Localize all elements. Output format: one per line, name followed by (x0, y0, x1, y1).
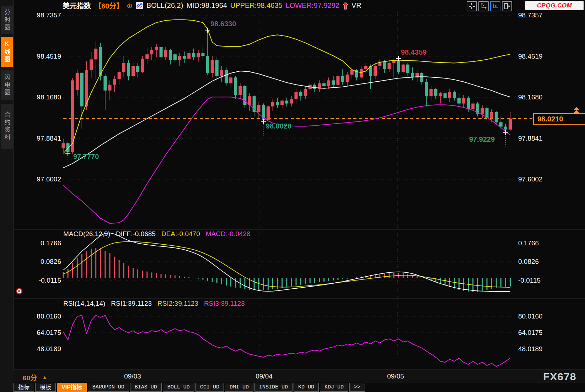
y-axis-label: 97.8841 (518, 135, 557, 142)
tab-indicators[interactable]: 指标 (14, 383, 34, 392)
price-arrow-icon (574, 107, 579, 110)
chart-header: 美元指数 【60分】 ⊕ BOLL(26,2) MID:98.1964 UPPE… (63, 0, 361, 11)
sidebar-item-lightning-chart[interactable]: 闪电图 (1, 70, 13, 100)
tab-barupdn-ud[interactable]: BARUPDN_UD (88, 383, 129, 392)
tab-kd-ud[interactable]: KD_UD (294, 383, 319, 392)
tab-vip-indicators[interactable]: VIP指标 (57, 383, 87, 392)
indicator-tab-bar: 指标 模板 VIP指标 BARUPDN_UD BIAS_UD BOLL_UD C… (14, 383, 365, 392)
boll-lower-value: LOWER:97.9292 (286, 1, 339, 10)
rsi1-value: RSI1:39.1123 (111, 300, 152, 307)
y-axis-label: 97.8841 (22, 135, 61, 142)
high-annotation: 98.4359 (401, 48, 426, 56)
tab-dmi-ud[interactable]: DMI_UD (225, 383, 253, 392)
tab-inside-ud[interactable]: INSIDE_UD (254, 383, 292, 392)
fx678-watermark: FX678 (543, 371, 576, 383)
macd-macd-value: MACD:-0.0428 (206, 230, 251, 238)
rsi-axis-label: 48.0189 (22, 345, 61, 353)
tab-bias-ud[interactable]: BIAS_UD (130, 383, 162, 392)
line-chart-icon[interactable] (136, 2, 143, 9)
axis-setting-button[interactable] (478, 1, 489, 11)
macd-title[interactable]: MACD(26,12,9) (63, 230, 110, 238)
x-axis-row: 60分 ▲ 09/03 09/04 09/05 (14, 370, 585, 383)
rsi-axis-label: 64.0175 (518, 329, 557, 337)
low-annotation: 98.0020 (266, 122, 291, 130)
low-annotation: 97.7770 (73, 153, 99, 161)
vr-indicator-label[interactable]: VR (351, 1, 361, 10)
chart-toolbar (467, 1, 512, 11)
sidebar-item-contract-info[interactable]: 合约资料 (1, 104, 13, 149)
y-axis-label: 98.7357 (22, 11, 61, 19)
y-axis-label: 98.4519 (518, 53, 557, 60)
boll-upper-value: UPPER:98.4635 (230, 1, 283, 10)
boll-mid-value: MID:98.1964 (186, 1, 227, 10)
boll-label: BOLL(26,2) (146, 1, 183, 10)
macd-axis-label: -0.0115 (518, 277, 557, 284)
axis-icon (481, 3, 487, 9)
macd-axis-label: 0.0826 (518, 258, 557, 266)
current-price-tag: 98.0210 (533, 113, 585, 125)
low-annotation: 97.9229 (469, 135, 495, 143)
tab-templates[interactable]: 模板 (35, 383, 56, 392)
tab-cci-ud[interactable]: CCI_UD (195, 383, 224, 392)
alert-dot-icon[interactable] (16, 288, 22, 294)
draw-tool-button-active[interactable] (490, 1, 500, 11)
flag-axis-icon (492, 3, 498, 9)
rsi-axis-label: 64.0175 (22, 329, 61, 337)
rsi-axis-label: 80.0160 (22, 312, 61, 320)
rsi-title[interactable]: RSI(14,14,14) (63, 300, 105, 307)
x-axis-date: 09/04 (248, 372, 280, 380)
sidebar-item-kline-chart[interactable]: K线图 (1, 37, 13, 67)
collapse-triangle-icon: ▲ (42, 374, 47, 380)
y-axis-label: 98.1680 (22, 93, 61, 101)
high-annotation: 98.6330 (210, 20, 236, 28)
macd-axis-label: 0.1766 (518, 239, 557, 247)
sidebar-item-time-chart[interactable]: 分时图 (1, 6, 13, 34)
macd-header: MACD(26,12,9) DIFF:-0.0685 DEA:-0.0470 M… (63, 230, 250, 238)
y-axis-label: 98.1680 (518, 93, 557, 101)
rsi3-value: RSI3:39.1123 (204, 300, 245, 307)
sidebar-item-label: 合约资料 (2, 111, 11, 141)
exit-fullscreen-button[interactable] (502, 1, 512, 11)
left-sidebar: 分时图 K线图 闪电图 合约资料 (0, 0, 14, 392)
period-selector[interactable]: 【60分】 (94, 0, 123, 11)
sidebar-item-label: K线图 (2, 40, 11, 64)
cpqg-logo: CPQG.COM (525, 1, 584, 10)
chart-canvas[interactable] (0, 0, 585, 392)
sidebar-item-label: 闪电图 (2, 74, 11, 97)
x-axis-date: 09/05 (380, 372, 412, 380)
macd-axis-label: 0.1766 (22, 239, 61, 247)
macd-dea-value: DEA:-0.0470 (161, 230, 200, 238)
rsi-axis-label: 48.0189 (518, 345, 557, 353)
rsi-axis-label: 80.0160 (518, 312, 557, 320)
sidebar-item-label: 分时图 (2, 9, 11, 32)
period-chip[interactable]: 60分 ▲ (23, 372, 47, 382)
crosshair-icon (469, 3, 475, 9)
symbol-title: 美元指数 (63, 0, 91, 11)
crosshair-tool-button[interactable] (467, 1, 477, 11)
rsi2-value: RSI2:39.1123 (157, 300, 198, 307)
period-chip-label: 60分 (23, 372, 37, 382)
add-compare-icon[interactable]: ⊕ (127, 2, 133, 9)
macd-axis-label: 0.0826 (22, 258, 61, 266)
price-arrow-icon (574, 110, 579, 113)
tab-boll-ud[interactable]: BOLL_UD (163, 383, 194, 392)
y-axis-label: 98.7357 (518, 11, 557, 19)
macd-diff-value: DIFF:-0.0685 (116, 230, 156, 238)
red-up-arrow-icon (343, 1, 348, 10)
tab-kdj-ud[interactable]: KDJ_UD (320, 383, 348, 392)
y-axis-label: 97.6002 (22, 175, 61, 183)
y-axis-label: 97.6002 (518, 175, 557, 183)
x-axis-date: 09/03 (117, 372, 149, 380)
macd-axis-label: -0.0115 (22, 277, 61, 284)
exit-door-icon (504, 3, 510, 9)
rsi-header: RSI(14,14,14) RSI1:39.1123 RSI2:39.1123 … (63, 300, 245, 307)
tab-more[interactable]: >> (349, 383, 365, 392)
y-axis-label: 98.4519 (22, 53, 61, 60)
